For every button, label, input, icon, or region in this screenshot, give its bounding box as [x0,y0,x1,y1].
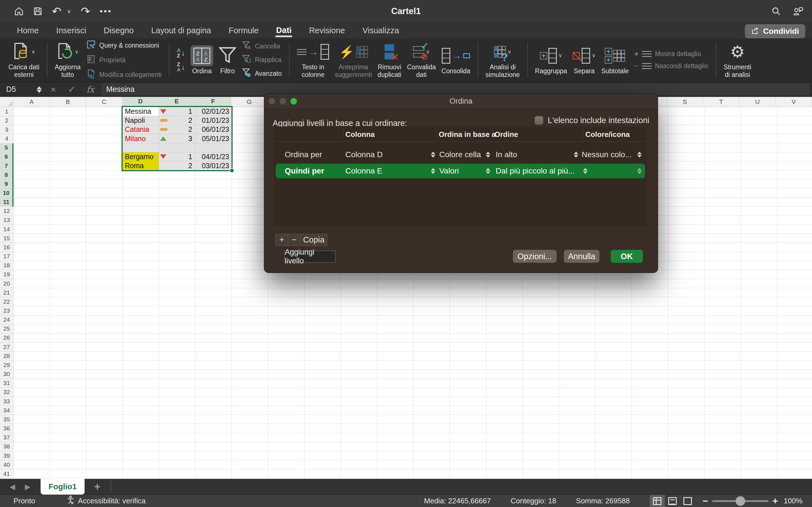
grid-cell[interactable] [159,243,195,252]
grid-cell[interactable] [341,433,377,442]
grid-cell[interactable] [596,342,632,351]
grid-cell[interactable] [159,252,195,261]
grid-cell[interactable] [741,170,777,179]
grid-cell[interactable] [414,379,450,388]
grid-cell[interactable] [305,388,341,397]
grid-cell[interactable] [777,234,812,243]
riapplica-button[interactable]: Riapplica [242,55,282,65]
grid-cell[interactable] [341,460,377,469]
grid-cell[interactable] [705,144,741,152]
grid-cell[interactable] [596,279,632,288]
grid-cell[interactable] [50,161,86,170]
grid-cell[interactable] [596,334,632,342]
grid-cell[interactable] [486,442,523,451]
grid-row[interactable]: 28 [0,351,812,360]
row-header-5[interactable]: 5 [0,144,13,152]
grid-cell[interactable] [523,451,559,460]
grid-cell[interactable] [86,252,123,261]
grid-cell[interactable] [559,379,596,388]
grid-cell[interactable] [377,360,414,370]
grid-cell[interactable] [13,360,50,370]
grid-cell[interactable] [668,188,705,198]
grid-cell[interactable] [13,306,50,315]
grid-cell[interactable] [777,261,812,270]
grid-cell[interactable] [123,316,159,325]
page-layout-view-button[interactable] [665,495,680,507]
grid-cell[interactable] [668,297,705,306]
grid-cell[interactable] [668,288,705,297]
grid-cell[interactable] [159,360,195,370]
data-row-5[interactable]: Messina102/01/23 [123,107,232,116]
grid-cell[interactable] [123,288,159,297]
grid-cell[interactable] [668,207,705,216]
grid-cell[interactable] [596,424,632,433]
grid-cell[interactable] [159,460,195,469]
grid-row[interactable]: 36 [0,424,812,433]
grid-cell[interactable] [50,116,86,125]
grid-cell[interactable] [668,152,705,161]
grid-cell[interactable] [86,297,123,306]
row-header-18[interactable]: 18 [0,261,13,270]
grid-cell[interactable] [450,406,486,415]
grid-cell[interactable] [232,252,268,261]
grid-cell[interactable] [86,406,123,415]
save-icon[interactable] [33,7,42,16]
grid-cell[interactable] [414,397,450,406]
grid-cell[interactable] [268,379,305,388]
anteprima-suggerimenti-button[interactable]: ⚡ Anteprima suggerimenti [335,41,372,78]
grid-cell[interactable] [13,207,50,216]
grid-cell[interactable] [232,415,268,424]
grid-cell[interactable] [305,297,341,306]
grid-cell[interactable] [668,433,705,442]
grid-cell[interactable] [50,424,86,433]
grid-cell[interactable] [377,325,414,334]
row-header-11[interactable]: 11 [0,198,13,207]
grid-cell[interactable] [705,342,741,351]
grid-cell[interactable] [86,116,123,125]
grid-cell[interactable] [377,442,414,451]
grid-cell[interactable] [632,306,668,315]
grid-cell[interactable] [705,288,741,297]
mostra-dettaglio-button[interactable]: + Mostra dettaglio [635,50,708,58]
grid-cell[interactable] [341,360,377,370]
grid-cell[interactable] [195,460,232,469]
grid-cell[interactable] [13,379,50,388]
grid-cell[interactable] [741,334,777,342]
grid-cell[interactable] [777,334,812,342]
order-dropdown[interactable]: Dal più piccolo al più... [496,166,574,175]
grid-cell[interactable] [50,469,86,478]
dropdown-stepper-icon[interactable] [637,168,642,174]
row-header-25[interactable]: 25 [0,325,13,334]
testo-in-colonne-button[interactable]: → Testo in colonne [297,41,329,78]
cell-E8[interactable]: 3 [159,134,195,143]
grid-cell[interactable] [668,325,705,334]
grid-cell[interactable] [341,388,377,397]
column-header-F[interactable]: F [195,97,232,107]
grid-cell[interactable] [559,279,596,288]
sort-az-button[interactable]: AZ↓ [177,48,185,58]
grid-cell[interactable] [705,252,741,261]
grid-cell[interactable] [50,270,86,279]
grid-cell[interactable] [305,379,341,388]
grid-cell[interactable] [777,116,812,125]
grid-cell[interactable] [559,316,596,325]
grid-cell[interactable] [159,325,195,334]
grid-cell[interactable] [123,261,159,270]
grid-cell[interactable] [268,297,305,306]
grid-cell[interactable] [559,297,596,306]
grid-cell[interactable] [632,442,668,451]
grid-cell[interactable] [86,170,123,179]
grid-cell[interactable] [377,469,414,478]
grid-cell[interactable] [705,451,741,460]
grid-cell[interactable] [13,316,50,325]
grid-cell[interactable] [705,460,741,469]
grid-cell[interactable] [741,351,777,360]
grid-cell[interactable] [123,243,159,252]
grid-cell[interactable] [486,406,523,415]
grid-cell[interactable] [668,144,705,152]
grid-cell[interactable] [486,342,523,351]
raggruppa-button[interactable]: +∨ Raggruppa [535,45,567,75]
grid-cell[interactable] [741,342,777,351]
grid-row[interactable]: 27 [0,342,812,351]
grid-cell[interactable] [13,270,50,279]
